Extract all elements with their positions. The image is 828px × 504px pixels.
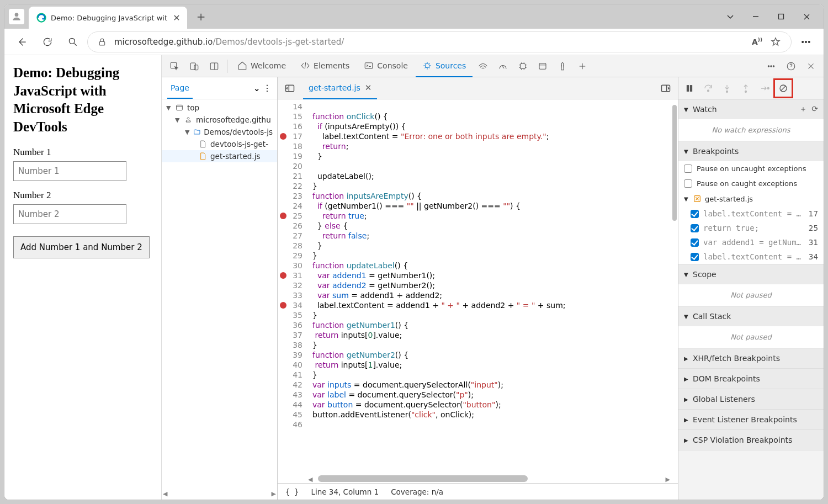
refresh-watch-icon[interactable]: ⟳ xyxy=(811,104,818,114)
editor-horizontal-scrollbar[interactable]: ◀▶ xyxy=(308,475,670,483)
step-out-button[interactable] xyxy=(737,79,755,97)
step-into-button[interactable] xyxy=(718,79,736,97)
navigator-dropdown-icon[interactable]: ⌄ xyxy=(253,83,261,93)
application-icon[interactable] xyxy=(533,55,552,77)
device-emulation-icon[interactable] xyxy=(185,55,204,77)
breakpoint-entry[interactable]: return true;25 xyxy=(678,221,824,235)
performance-icon[interactable] xyxy=(493,55,512,77)
editor-vertical-scrollbar[interactable] xyxy=(671,99,678,474)
tree-file-js[interactable]: get-started.js xyxy=(162,150,277,162)
more-tabs-button[interactable] xyxy=(573,55,592,77)
svg-point-22 xyxy=(771,65,772,66)
watch-empty-text: No watch expressions xyxy=(678,119,824,141)
event-listener-breakpoints-header[interactable]: ▶Event Listener Breakpoints xyxy=(678,410,824,429)
scope-section-header[interactable]: ▼Scope xyxy=(678,264,824,284)
dock-side-icon[interactable] xyxy=(205,55,224,77)
close-window-button[interactable] xyxy=(794,7,819,26)
breakpoint-entry[interactable]: var addend1 = getNum…31 xyxy=(678,235,824,250)
minimize-button[interactable] xyxy=(743,7,768,26)
svg-rect-32 xyxy=(691,85,692,91)
step-over-button[interactable] xyxy=(699,79,717,97)
pause-button[interactable] xyxy=(681,79,698,97)
tree-file-html[interactable]: devtools-js-get- xyxy=(162,138,277,150)
svg-rect-5 xyxy=(99,41,104,45)
navigator-more-icon[interactable]: ⋮ xyxy=(263,83,272,93)
toggle-navigator-button[interactable] xyxy=(282,81,298,96)
toggle-debugger-button[interactable] xyxy=(658,81,673,96)
pretty-print-icon[interactable]: { } xyxy=(285,487,299,496)
close-devtools-button[interactable] xyxy=(802,55,820,77)
read-aloud-icon[interactable]: A)) xyxy=(752,37,762,46)
lighthouse-icon[interactable] xyxy=(553,55,572,77)
editor-status-bar: { } Line 34, Column 1 Coverage: n/a xyxy=(278,483,678,500)
profile-avatar[interactable] xyxy=(9,9,24,24)
svg-point-23 xyxy=(773,65,774,66)
svg-point-34 xyxy=(726,91,728,92)
coverage-status: Coverage: n/a xyxy=(391,487,443,496)
breakpoint-entry[interactable]: label.textContent = …34 xyxy=(678,250,824,264)
page-title: Demo: Debugging JavaScript with Microsof… xyxy=(13,64,152,136)
global-listeners-header[interactable]: ▶Global Listeners xyxy=(678,389,824,409)
demo-page: Demo: Debugging JavaScript with Microsof… xyxy=(4,55,162,500)
tab-elements[interactable]: Elements xyxy=(294,55,356,77)
csp-breakpoints-header[interactable]: ▶CSP Violation Breakpoints xyxy=(678,430,824,450)
tree-domain[interactable]: ▼microsoftedge.githu xyxy=(162,114,277,126)
tab-close-button[interactable]: ✕ xyxy=(172,13,182,23)
debugger-pane: ▼Watch ＋⟳ No watch expressions ▼Breakpoi… xyxy=(678,77,824,500)
deactivate-breakpoints-button[interactable] xyxy=(774,79,792,97)
settings-menu-button[interactable] xyxy=(795,31,817,53)
tab-console[interactable]: Console xyxy=(357,55,415,77)
tab-actions-chevron[interactable] xyxy=(718,7,743,26)
help-icon[interactable] xyxy=(782,55,800,77)
editor-file-tab[interactable]: get-started.js✕ xyxy=(303,77,377,99)
pause-caught-checkbox[interactable]: Pause on caught exceptions xyxy=(678,176,824,191)
step-button[interactable] xyxy=(756,79,773,97)
svg-rect-16 xyxy=(521,63,526,68)
browser-tab[interactable]: Demo: Debugging JavaScript wit ✕ xyxy=(29,7,187,29)
tree-folder[interactable]: ▼Demos/devtools-js xyxy=(162,126,277,138)
devtools-more-button[interactable] xyxy=(762,55,781,77)
network-icon[interactable] xyxy=(474,55,492,77)
add-watch-icon[interactable]: ＋ xyxy=(799,104,807,114)
close-file-icon[interactable]: ✕ xyxy=(365,83,372,93)
devtools: Welcome Elements Console Sources xyxy=(162,55,824,500)
svg-point-7 xyxy=(805,41,807,43)
number1-label: Number 1 xyxy=(13,147,152,158)
cursor-position: Line 34, Column 1 xyxy=(311,487,379,496)
inspect-element-icon[interactable] xyxy=(165,55,184,77)
svg-point-15 xyxy=(425,63,429,68)
url-text: microsoftedge.github.io/Demos/devtools-j… xyxy=(114,37,344,47)
devtools-tabs: Welcome Elements Console Sources xyxy=(162,55,824,77)
number1-input[interactable] xyxy=(13,161,126,181)
code-editor[interactable]: 1415161718192021222324252627282930313233… xyxy=(278,99,678,483)
editor-pane: get-started.js✕ 141516171819202122232425… xyxy=(278,77,678,500)
breakpoints-section-header[interactable]: ▼Breakpoints xyxy=(678,141,824,161)
dom-breakpoints-header[interactable]: ▶DOM Breakpoints xyxy=(678,369,824,389)
add-numbers-button[interactable]: Add Number 1 and Number 2 xyxy=(13,236,150,258)
address-bar[interactable]: microsoftedge.github.io/Demos/devtools-j… xyxy=(87,31,792,52)
svg-point-4 xyxy=(69,38,75,44)
edge-icon xyxy=(36,13,46,23)
svg-point-35 xyxy=(745,91,747,92)
number2-input[interactable] xyxy=(13,204,126,224)
svg-point-33 xyxy=(708,90,709,92)
memory-icon[interactable] xyxy=(513,55,532,77)
watch-section-header[interactable]: ▼Watch ＋⟳ xyxy=(678,99,824,119)
favorite-icon[interactable] xyxy=(770,36,781,47)
callstack-section-header[interactable]: ▼Call Stack xyxy=(678,306,824,326)
navigator-scrollbar[interactable]: ◀▶ xyxy=(162,490,277,500)
pause-uncaught-checkbox[interactable]: Pause on uncaught exceptions xyxy=(678,161,824,176)
reload-button[interactable] xyxy=(36,31,59,53)
tree-top[interactable]: ▼top xyxy=(162,102,277,114)
xhr-breakpoints-header[interactable]: ▶XHR/fetch Breakpoints xyxy=(678,348,824,368)
tab-sources[interactable]: Sources xyxy=(416,55,473,77)
new-tab-button[interactable]: + xyxy=(192,7,210,26)
svg-line-38 xyxy=(781,86,786,91)
tab-welcome[interactable]: Welcome xyxy=(231,55,293,77)
back-button[interactable] xyxy=(11,31,33,53)
breakpoint-entry[interactable]: label.textContent = …17 xyxy=(678,206,824,221)
maximize-button[interactable] xyxy=(768,7,794,26)
navigator-page-tab[interactable]: Page xyxy=(167,78,193,99)
breakpoint-file[interactable]: ▼get-started.js xyxy=(678,191,824,206)
search-button[interactable] xyxy=(62,31,84,53)
